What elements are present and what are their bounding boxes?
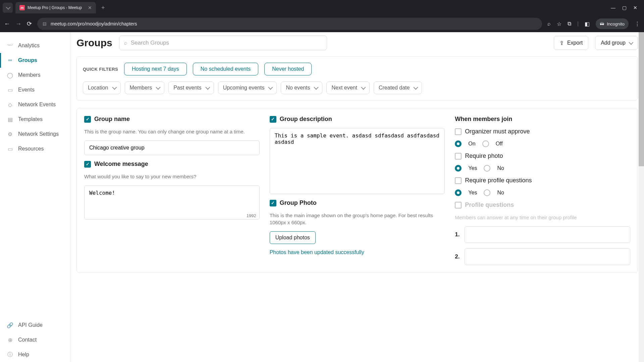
- organizer-approve-row[interactable]: Organizer must approve: [455, 128, 630, 135]
- checkbox-welcome[interactable]: ✓: [84, 161, 91, 168]
- radio-off[interactable]: [482, 140, 489, 147]
- site-info-icon[interactable]: ⊟: [43, 21, 47, 26]
- quick-filter-hosting-7-days[interactable]: Hosting next 7 days: [124, 63, 187, 75]
- side-panel-icon[interactable]: ◧: [585, 21, 590, 27]
- quick-filter-no-scheduled[interactable]: No scheduled events: [193, 63, 258, 75]
- sidebar-item-api-guide[interactable]: 🔗API Guide: [0, 318, 70, 333]
- scrollbar-thumb[interactable]: [639, 32, 644, 166]
- close-window-icon[interactable]: ✕: [633, 5, 637, 10]
- quick-filters-label: QUICK FILTERS: [83, 67, 118, 72]
- sidebar-item-resources[interactable]: ▭Resources: [0, 141, 70, 156]
- profile-questions-helper: Members can answer at any time on their …: [455, 214, 630, 221]
- link-icon: 🔗: [7, 322, 13, 328]
- checkbox-organizer-approve[interactable]: [455, 128, 462, 135]
- main-content: Groups ⌕ ⇪Export Add group QUICK FILTERS…: [70, 32, 644, 362]
- radio-yes[interactable]: [455, 165, 462, 172]
- welcome-message-label[interactable]: ✓ Welcome message: [84, 161, 260, 168]
- search-input[interactable]: [131, 40, 322, 46]
- checkbox-photo[interactable]: ✓: [270, 200, 276, 206]
- new-tab-button[interactable]: +: [101, 4, 105, 11]
- checkbox-group-name[interactable]: ✓: [84, 116, 91, 123]
- group-name-input[interactable]: [84, 140, 260, 155]
- require-questions-row[interactable]: Require profile questions: [455, 177, 630, 184]
- require-photo-row[interactable]: Require photo: [455, 153, 630, 160]
- welcome-textarea[interactable]: [84, 185, 260, 220]
- filter-members[interactable]: Members: [125, 81, 165, 94]
- incognito-icon: 🕶: [600, 21, 604, 26]
- url-input[interactable]: ⊟ meetup.com/pro/moodjoy/admin/chapters: [37, 18, 542, 30]
- radio-yes-2[interactable]: [455, 189, 462, 196]
- maximize-icon[interactable]: ▢: [622, 5, 627, 10]
- resources-icon: ▭: [7, 145, 13, 152]
- search-groups[interactable]: ⌕: [119, 36, 327, 50]
- add-group-button[interactable]: Add group: [595, 36, 638, 50]
- sidebar-item-help[interactable]: ⓘHelp: [0, 347, 70, 362]
- profile-questions-row[interactable]: Profile questions: [455, 201, 630, 208]
- reload-icon[interactable]: ⟳: [27, 20, 32, 27]
- sidebar-item-groups[interactable]: ▫▫Groups: [0, 53, 70, 68]
- menu-icon[interactable]: ⋮: [635, 21, 640, 27]
- sidebar-item-network-events[interactable]: ◇Network Events: [0, 97, 70, 112]
- radio-no-2[interactable]: [484, 189, 490, 196]
- checkbox-require-photo[interactable]: [455, 153, 462, 160]
- chevron-down-icon: [112, 85, 117, 90]
- question-2-input[interactable]: [465, 248, 630, 265]
- require-questions-radio: Yes No: [455, 189, 630, 196]
- filter-no-events[interactable]: No events: [281, 81, 322, 94]
- browser-tab[interactable]: m Meetup Pro | Groups - Meetup ✕: [15, 2, 96, 13]
- checkbox-profile-questions[interactable]: [455, 202, 462, 208]
- incognito-indicator[interactable]: 🕶 Incognito: [596, 18, 629, 29]
- radio-no[interactable]: [484, 165, 490, 172]
- require-photo-radio: Yes No: [455, 165, 630, 172]
- sidebar-item-network-settings[interactable]: ⚙Network Settings: [0, 127, 70, 141]
- group-description-label[interactable]: ✓ Group description: [270, 116, 445, 123]
- page-scrollbar[interactable]: [639, 32, 644, 362]
- filter-created-date[interactable]: Created date: [374, 81, 422, 94]
- welcome-helper: What would you like to say to your new m…: [84, 173, 260, 180]
- main-header: Groups ⌕ ⇪Export Add group: [76, 32, 638, 56]
- browser-chrome: m Meetup Pro | Groups - Meetup ✕ + ― ▢ ✕…: [0, 0, 644, 32]
- extensions-icon[interactable]: ⧉: [568, 21, 571, 27]
- filter-upcoming-events[interactable]: Upcoming events: [218, 81, 277, 94]
- search-icon[interactable]: ⌕: [547, 21, 551, 27]
- members-icon: ◯: [7, 72, 13, 78]
- checkbox-require-questions[interactable]: [455, 177, 462, 184]
- group-description-textarea[interactable]: [270, 128, 445, 194]
- upload-photos-button[interactable]: Upload photos: [270, 231, 316, 244]
- back-icon[interactable]: ←: [4, 20, 10, 27]
- url-text: meetup.com/pro/moodjoy/admin/chapters: [51, 21, 137, 26]
- chevron-down-icon: [268, 85, 273, 90]
- checkbox-description[interactable]: ✓: [270, 116, 276, 123]
- question-1-input[interactable]: [465, 226, 630, 243]
- upload-success-message: Photos have been updated successfully: [270, 249, 445, 255]
- chevron-down-icon: [361, 85, 366, 90]
- meetup-favicon: m: [19, 5, 25, 10]
- filter-past-events[interactable]: Past events: [168, 81, 214, 94]
- forward-icon[interactable]: →: [15, 20, 21, 27]
- minimize-icon[interactable]: ―: [611, 5, 615, 10]
- sidebar-item-contact[interactable]: ⊕Contact: [0, 333, 70, 347]
- sidebar-item-analytics[interactable]: 〰Analytics: [0, 38, 70, 53]
- group-photo-label[interactable]: ✓ Group Photo: [270, 199, 445, 206]
- chevron-down-icon: [205, 85, 210, 90]
- organizer-approve-radio: On Off: [455, 140, 630, 147]
- filter-location[interactable]: Location: [83, 81, 121, 94]
- filter-next-event[interactable]: Next event: [326, 81, 369, 94]
- group-name-label[interactable]: ✓ Group name: [84, 116, 260, 123]
- chevron-down-icon: [414, 85, 418, 90]
- chevron-down-icon: [314, 85, 319, 90]
- export-button[interactable]: ⇪Export: [554, 36, 588, 50]
- export-icon: ⇪: [559, 40, 564, 46]
- radio-on[interactable]: [455, 140, 462, 147]
- chevron-down-icon: [6, 5, 10, 10]
- quick-filter-never-hosted[interactable]: Never hosted: [264, 63, 312, 75]
- sidebar-item-templates[interactable]: ▤Templates: [0, 112, 70, 127]
- groups-icon: ▫▫: [7, 57, 13, 64]
- sidebar-item-members[interactable]: ◯Members: [0, 68, 70, 82]
- sidebar-item-events[interactable]: ▭Events: [0, 82, 70, 97]
- tab-dropdown-button[interactable]: [3, 3, 13, 13]
- close-icon[interactable]: ✕: [88, 5, 92, 10]
- tab-bar: m Meetup Pro | Groups - Meetup ✕ + ― ▢ ✕: [0, 0, 644, 15]
- analytics-icon: 〰: [7, 42, 13, 49]
- bookmark-icon[interactable]: ☆: [557, 21, 561, 27]
